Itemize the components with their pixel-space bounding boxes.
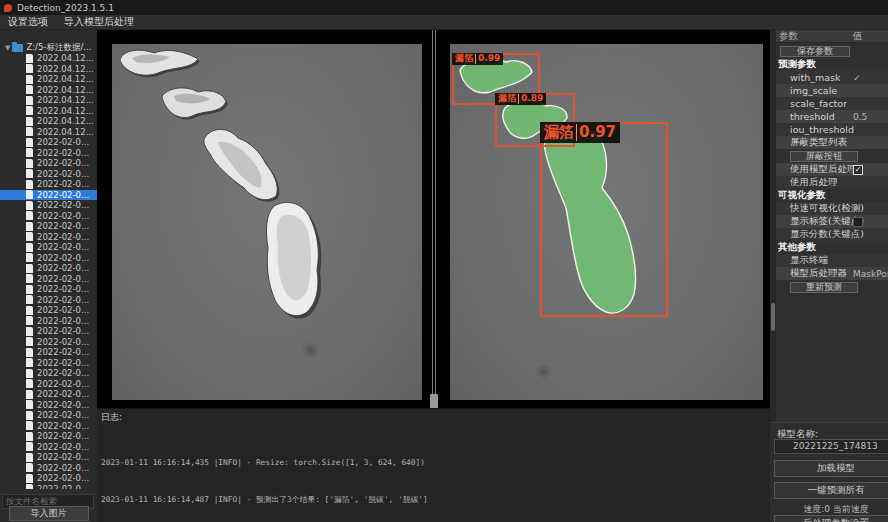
load-model-button[interactable]: 加载模型 xyxy=(774,460,888,477)
file-icon xyxy=(26,453,33,462)
detection-box: 漏箔 0.97 xyxy=(540,122,668,317)
param-row[interactable]: scale_factor scale_factor xyxy=(776,97,888,110)
predict-all-button[interactable]: 一键预测所有 xyxy=(774,482,888,499)
file-row[interactable]: 2022.04.12... xyxy=(0,85,97,96)
log-panel[interactable]: 日志: 2023-01-11 16:16:14,435 |INFO| - Res… xyxy=(97,408,770,522)
file-label: 2022-02-0... xyxy=(37,442,89,452)
param-row[interactable]: 保存参数 保存参数 xyxy=(776,44,888,58)
file-row[interactable]: 2022-02-0... xyxy=(0,295,97,306)
param-label: with_mask xyxy=(790,72,840,83)
file-row[interactable]: 2022-02-0... xyxy=(0,148,97,159)
file-label: 2022-02-0... xyxy=(37,232,89,242)
file-row[interactable]: 2022.04.12... xyxy=(0,116,97,127)
file-row[interactable]: 2022-02-0... xyxy=(0,179,97,190)
file-row[interactable]: 2022-02-0... xyxy=(0,421,97,432)
file-label: 2022-02-0... xyxy=(37,274,89,284)
file-row[interactable]: 2022-02-0... xyxy=(0,137,97,148)
param-row[interactable]: 预测参数 预测参数 xyxy=(776,58,888,71)
file-row[interactable]: 2022-02-0... xyxy=(0,316,97,327)
param-row[interactable]: with_mask with_mask ✓ xyxy=(776,71,888,84)
file-row[interactable]: 2022.04.12... xyxy=(0,53,97,64)
param-row[interactable]: 显示分数(关键点) 显示分数(关键点) xyxy=(776,228,888,241)
param-row[interactable]: 显示标签(关键点) 显示标签(关键点) xyxy=(776,215,888,228)
file-row[interactable]: 2022.04.12... xyxy=(0,64,97,75)
caret-down-icon[interactable]: ▼ xyxy=(5,44,10,52)
param-row[interactable]: img_scale img_scale xyxy=(776,84,888,97)
file-row[interactable]: 2022-02-0... xyxy=(0,284,97,295)
file-row[interactable]: 2022-02-0... xyxy=(0,232,97,243)
menu-item[interactable]: 设置选项 xyxy=(8,15,48,29)
file-label: 2022-02-0... xyxy=(37,463,89,473)
file-icon xyxy=(26,169,33,178)
param-row[interactable]: 快速可视化(检测) 快速可视化(检测) xyxy=(776,202,888,215)
menu-item[interactable]: 导入模型后处理 xyxy=(64,15,134,29)
param-row[interactable]: 可视化参数 可视化参数 xyxy=(776,189,888,202)
param-row[interactable]: 重新预测 重新预测 xyxy=(776,280,888,294)
file-row[interactable]: 2022-02-0... xyxy=(0,358,97,369)
file-row[interactable]: 2022-02-0... xyxy=(0,379,97,390)
param-row[interactable]: 使用模型后处理 使用模型后处理 xyxy=(776,163,888,176)
param-row[interactable]: 屏蔽按钮 屏蔽按钮 xyxy=(776,149,888,163)
file-row[interactable]: 2022-02-0... xyxy=(0,211,97,222)
file-row[interactable]: 2022-02-0... xyxy=(0,463,97,474)
file-row[interactable]: 2022-02-0... xyxy=(0,431,97,442)
param-row[interactable]: threshold threshold 0.5 xyxy=(776,110,888,123)
param-checkbox[interactable] xyxy=(853,217,863,227)
file-row[interactable]: 2022-02-0... xyxy=(0,158,97,169)
file-row[interactable]: 2022-02-0... xyxy=(0,200,97,211)
original-image-panel[interactable] xyxy=(112,44,422,400)
viewer-splitter-handle[interactable] xyxy=(430,394,438,408)
file-row[interactable]: 2022-02-0... xyxy=(0,305,97,316)
log-line: 2023-01-11 16:16:14,487 |INFO| - 预测出了3个结… xyxy=(101,495,770,504)
param-row-button[interactable]: 重新预测 xyxy=(790,282,858,293)
file-row[interactable]: 2022-02-0... xyxy=(0,190,97,201)
tree-root[interactable]: ▼ Z:/5-标注数据/... xyxy=(0,42,97,53)
param-row[interactable]: 屏蔽类型列表 屏蔽类型列表 xyxy=(776,136,888,149)
param-row-button[interactable]: 保存参数 xyxy=(780,46,850,57)
file-row[interactable]: 2022-02-0... xyxy=(0,410,97,421)
file-label: 2022.04.12... xyxy=(37,74,94,84)
window-title: Detection_2023.1.5.1 xyxy=(17,3,114,13)
file-icon xyxy=(26,222,33,231)
file-label: 2022-02-0... xyxy=(37,200,89,210)
file-row[interactable]: 2022-02-0... xyxy=(0,347,97,358)
file-label: 2022-02-0... xyxy=(37,452,89,462)
file-label: 2022-02-0... xyxy=(37,263,89,273)
prediction-image-panel[interactable]: 漏箔 0.99 漏箔 0.89 漏箔 0.97 xyxy=(450,44,763,400)
file-row[interactable]: 2022-02-0... xyxy=(0,400,97,411)
param-row[interactable]: 模型后处理器 模型后处理器 MaskPostPro xyxy=(776,267,888,280)
file-row[interactable]: 2022-02-0... xyxy=(0,368,97,379)
file-row[interactable]: 2022-02-0... xyxy=(0,263,97,274)
title-bar[interactable]: Detection_2023.1.5.1 xyxy=(0,0,888,15)
file-row[interactable]: 2022-02-0... xyxy=(0,337,97,348)
file-row[interactable]: 2022-02-0... xyxy=(0,473,97,484)
file-row[interactable]: 2022-02-0... xyxy=(0,452,97,463)
file-row[interactable]: 2022-02-0... xyxy=(0,274,97,285)
param-label: 显示分数(关键点) xyxy=(790,228,864,241)
file-row[interactable]: 2022-02-0... xyxy=(0,389,97,400)
file-label: 2022-02-0... xyxy=(37,389,89,399)
folder-icon xyxy=(12,44,23,52)
param-row[interactable]: 其他参数 其他参数 xyxy=(776,241,888,254)
params-scrollbar-thumb[interactable] xyxy=(771,303,775,331)
param-row-button[interactable]: 屏蔽按钮 xyxy=(790,151,858,162)
file-row[interactable]: 2022.04.12... xyxy=(0,106,97,117)
param-checkbox[interactable] xyxy=(853,165,863,175)
model-name-field[interactable]: 20221225_174813 xyxy=(774,439,888,454)
file-row[interactable]: 2022.04.12... xyxy=(0,95,97,106)
param-row[interactable]: iou_threshold iou_threshold xyxy=(776,123,888,136)
file-row[interactable]: 2022-02-0... xyxy=(0,326,97,337)
viewer-splitter[interactable] xyxy=(432,30,436,408)
file-list: 2022.04.12... 2022.04.12... 2022.04.12..… xyxy=(0,53,97,489)
file-row[interactable]: 2022-02-0... xyxy=(0,442,97,453)
postprocess-settings-button[interactable]: 后处理参数设置 xyxy=(774,515,888,522)
param-row[interactable]: 显示终端 显示终端 xyxy=(776,254,888,267)
file-row[interactable]: 2022-02-0... xyxy=(0,221,97,232)
file-row[interactable]: 2022.04.12... xyxy=(0,127,97,138)
file-row[interactable]: 2022.04.12... xyxy=(0,74,97,85)
file-row[interactable]: 2022-02-0... xyxy=(0,242,97,253)
file-row[interactable]: 2022-02-0... xyxy=(0,169,97,180)
param-row[interactable]: 使用后处理 使用后处理 xyxy=(776,176,888,189)
file-row[interactable]: 2022-02-0... xyxy=(0,253,97,264)
import-images-button[interactable]: 导入图片 xyxy=(9,506,89,521)
